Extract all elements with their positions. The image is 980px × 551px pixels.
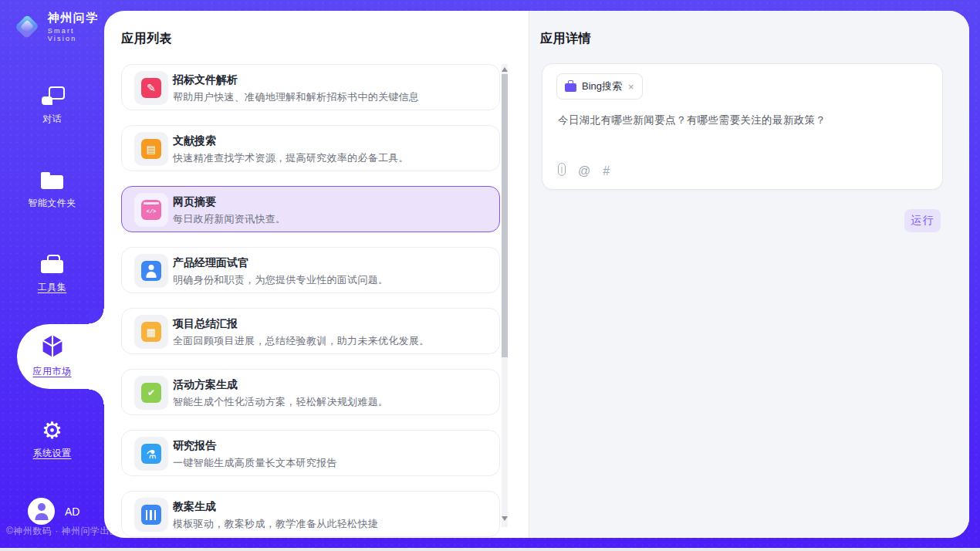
prompt-input[interactable]: 今日湖北有哪些新闻要点？有哪些需要关注的最新政策？ [558,113,928,127]
app-card-desc: 模板驱动，教案秒成，教学准备从此轻松快捷 [173,517,378,531]
copyright-text: ©神州数码 · 神州问学出品 [6,525,120,538]
user-row[interactable]: AD [28,498,79,525]
mention-icon[interactable]: @ [578,164,590,178]
app-window: 神州问学 Smart Vision 对话 智能文件夹 工具集 应用市场 ⚙ 系统… [0,0,980,551]
app-card-desc: 智能生成个性化活动方案，轻松解决规划难题。 [173,395,388,409]
sidebar-item-app-market[interactable]: 应用市场 [0,333,104,378]
close-icon[interactable]: × [628,81,634,93]
research-icon: ⚗ [141,444,161,464]
tool-tag-label: Bing搜索 [582,79,622,93]
prompt-card: Bing搜索 × 今日湖北有哪些新闻要点？有哪些需要关注的最新政策？ @# [542,63,943,190]
tool-tag-bing-search[interactable]: Bing搜索 × [556,73,643,100]
app-card-desc: 快速精准查找学术资源，提高研究效率的必备工具。 [173,151,409,165]
brand-diamond-icon [15,15,39,39]
app-card-desc: 明确身份和职责，为您提供专业性的面试问题。 [173,273,388,287]
gear-icon: ⚙ [42,418,63,443]
cube-icon [41,333,64,358]
books-icon [141,505,161,525]
app-card-title: 教案生成 [173,500,216,514]
person-icon [28,498,55,525]
edit-icon: ✎ [141,78,161,98]
app-card-event-plan[interactable]: ✔ 活动方案生成 智能生成个性化活动方案，轻松解决规划难题。 [121,369,500,415]
app-card-title: 研究报告 [173,439,216,453]
window-bottom-edge [0,548,980,551]
notes-icon: ▦ [141,322,161,342]
main-panel: 应用列表 ✎ 招标文件解析 帮助用户快速、准确地理解和解析招标书中的关键信息 ▤… [104,11,969,538]
app-list-title: 应用列表 [121,31,172,47]
book-icon: ▤ [141,139,161,159]
sidebar-item-toolset[interactable]: 工具集 [0,252,104,294]
hash-icon[interactable]: # [603,164,610,178]
app-card-desc: 帮助用户快速、准确地理解和解析招标书中的关键信息 [173,90,419,104]
scroll-up-icon[interactable] [502,67,508,72]
brand-logo: 神州问学 Smart Vision [14,11,104,42]
chat-icon [42,83,63,108]
brand-tagline: Smart Vision [48,27,104,42]
app-card-title: 文献搜索 [173,134,216,148]
app-card-title: 网页摘要 [173,195,216,209]
briefcase-icon [565,83,576,92]
webpage-icon: </> [141,200,161,220]
toolbox-icon [41,252,63,276]
sidebar-item-smart-folder[interactable]: 智能文件夹 [0,168,104,210]
app-card-project-summary[interactable]: ▦ 项目总结汇报 全面回顾项目进展，总结经验教训，助力未来优化发展。 [121,308,500,354]
app-card-lesson-plan[interactable]: 教案生成 模板驱动，教案秒成，教学准备从此轻松快捷 [121,491,500,537]
app-card-desc: 一键智能生成高质量长文本研究报告 [173,456,337,470]
clipboard-check-icon: ✔ [141,383,161,403]
app-card-webpage-summary[interactable]: </> 网页摘要 每日政府新闻资讯快查。 [121,186,500,232]
folder-icon [41,168,63,193]
app-detail-title: 应用详情 [540,31,591,47]
attachment-icon[interactable] [558,163,566,179]
app-card-title: 产品经理面试官 [173,256,248,270]
app-card-title: 活动方案生成 [173,378,238,392]
app-card-research-report[interactable]: ⚗ 研究报告 一键智能生成高质量长文本研究报告 [121,430,500,476]
sidebar: 神州问学 Smart Vision 对话 智能文件夹 工具集 应用市场 ⚙ 系统… [0,0,104,548]
sidebar-item-chat[interactable]: 对话 [0,83,104,126]
app-card-bid-doc-parse[interactable]: ✎ 招标文件解析 帮助用户快速、准确地理解和解析招标书中的关键信息 [121,64,500,110]
scrollbar-thumb[interactable] [502,74,508,357]
user-label: AD [65,505,79,518]
sidebar-item-settings[interactable]: ⚙ 系统设置 [0,418,104,460]
run-button[interactable]: 运行 [904,209,941,232]
app-card-desc: 全面回顾项目进展，总结经验教训，助力未来优化发展。 [173,334,430,348]
prompt-toolbar: @# [558,163,610,179]
scrollbar[interactable] [502,64,508,527]
app-card-title: 项目总结汇报 [173,317,238,331]
interviewer-icon [141,261,161,281]
scroll-down-icon[interactable] [502,516,508,521]
app-card-pm-interviewer[interactable]: 产品经理面试官 明确身份和职责，为您提供专业性的面试问题。 [121,247,500,293]
app-card-desc: 每日政府新闻资讯快查。 [173,212,286,226]
brand-name: 神州问学 [48,11,104,25]
app-list: ✎ 招标文件解析 帮助用户快速、准确地理解和解析招标书中的关键信息 ▤ 文献搜索… [121,64,500,538]
app-card-literature-search[interactable]: ▤ 文献搜索 快速精准查找学术资源，提高研究效率的必备工具。 [121,125,500,171]
app-card-title: 招标文件解析 [173,73,238,87]
